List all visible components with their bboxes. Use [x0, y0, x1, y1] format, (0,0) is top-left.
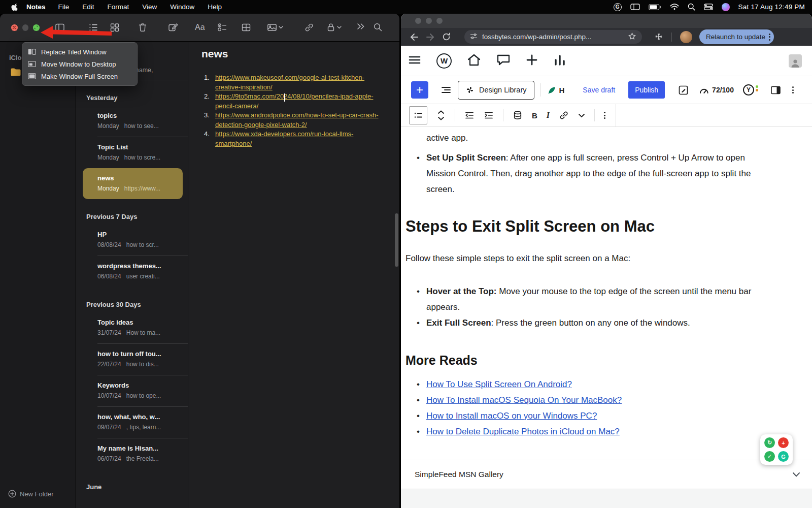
post-content[interactable]: active app. Set Up Split Screen: After o…	[401, 127, 812, 460]
address-bar[interactable]: fossbytes.com/wp-admin/post.php...	[464, 30, 642, 44]
scrollbar-thumb[interactable]	[395, 213, 398, 267]
ext-icon-green-1[interactable]: ↻	[764, 437, 775, 448]
lock-icon[interactable]	[326, 22, 342, 33]
publish-button[interactable]: Publish	[628, 81, 665, 99]
format-icon[interactable]: Aa	[195, 23, 205, 32]
stats-icon[interactable]	[553, 54, 566, 68]
note-list-item[interactable]: how to turn off tou... 22/07/24how to di…	[76, 344, 188, 375]
headline-analyzer-button[interactable]: H	[547, 85, 565, 95]
browser-profile-avatar[interactable]	[680, 31, 692, 43]
spotlight-icon[interactable]	[688, 3, 695, 11]
ext-icon-green-2[interactable]: ✓	[764, 451, 775, 462]
note-list-item[interactable]: how, what, who, w... 09/07/24, tips, lea…	[76, 407, 188, 438]
grammarly-menubar-icon[interactable]: G	[614, 3, 622, 11]
note-editor[interactable]: news https://www.makeuseof.com/google-ai…	[188, 42, 399, 508]
outdent-icon[interactable]	[464, 110, 475, 120]
menu-file[interactable]: File	[58, 3, 70, 11]
menu-item-replace-tiled-window[interactable]: Replace Tiled Window	[22, 46, 137, 58]
menu-view[interactable]: View	[142, 3, 157, 11]
ext-icon-red[interactable]: +	[778, 437, 789, 448]
menu-help[interactable]: Help	[208, 3, 222, 11]
relaunch-to-update-button[interactable]: Relaunch to update	[699, 29, 774, 44]
compose-note-icon[interactable]	[168, 22, 179, 33]
editor-options-icon[interactable]	[792, 86, 794, 93]
indent-icon[interactable]	[484, 110, 494, 120]
chevron-down-icon[interactable]	[793, 472, 800, 477]
note-list-item[interactable]: HP 08/08/24how to scr...	[76, 225, 188, 256]
note-list-item[interactable]: wordpress themes... 06/08/24user creati.…	[76, 256, 188, 287]
bookmark-star-icon[interactable]	[628, 32, 636, 42]
link-icon[interactable]	[304, 22, 314, 33]
more-toolbar-icon[interactable]	[357, 22, 365, 30]
minimize-button[interactable]	[22, 24, 29, 31]
note-list-item[interactable]: Topic ideas 31/07/24How to ma...	[76, 312, 188, 343]
forward-icon[interactable]	[425, 32, 435, 42]
apple-menu-icon[interactable]	[11, 3, 18, 11]
url-text[interactable]: fossbytes.com/wp-admin/post.php...	[482, 33, 623, 41]
search-icon[interactable]	[373, 22, 383, 32]
reload-icon[interactable]	[442, 32, 451, 42]
note-list-item[interactable]: Keywords 10/07/24how to ope...	[76, 375, 188, 406]
profile-avatar[interactable]	[789, 54, 802, 68]
seo-score[interactable]: 72/100	[699, 86, 734, 94]
wifi-icon[interactable]	[670, 4, 679, 10]
note-list-item[interactable]: My name is Hisan... 06/07/24the Freela..…	[76, 438, 188, 469]
siri-icon[interactable]	[722, 3, 730, 11]
menubar-clock[interactable]: Sat 17 Aug 12:49 PM	[738, 3, 805, 11]
display-icon[interactable]	[630, 4, 640, 10]
bold-icon[interactable]: B	[532, 111, 537, 120]
settings-sidebar-toggle-icon[interactable]	[770, 85, 781, 95]
italic-icon[interactable]: I	[547, 111, 550, 120]
block-type-button[interactable]	[409, 106, 427, 124]
grammarly-icon[interactable]: G	[778, 451, 789, 462]
comments-icon[interactable]	[496, 53, 511, 69]
read-link[interactable]: How To Use Split Screen On Android?	[426, 379, 572, 389]
media-icon[interactable]	[267, 22, 283, 33]
note-link[interactable]: https://www.androidpolice.com/how-to-set…	[215, 111, 379, 129]
browser-menu-icon[interactable]	[769, 34, 770, 41]
menu-window[interactable]: Window	[170, 3, 194, 11]
site-settings-icon[interactable]	[470, 33, 478, 41]
menu-edit[interactable]: Edit	[82, 3, 94, 11]
document-overview-icon[interactable]	[441, 85, 452, 95]
link-icon[interactable]	[559, 110, 569, 120]
design-library-button[interactable]: Design Library	[458, 81, 534, 100]
read-link[interactable]: How To Install macOS Sequoia On Your Mac…	[426, 395, 622, 405]
menu-item-move-window-to-desktop[interactable]: Move Window to Desktop	[22, 58, 137, 70]
minimize-button-inactive[interactable]	[426, 18, 432, 24]
edit-mode-icon[interactable]	[678, 85, 689, 96]
wordpress-logo[interactable]: W	[436, 53, 452, 69]
control-center-icon[interactable]	[704, 4, 713, 10]
note-link[interactable]: https://www.makeuseof.com/google-ai-test…	[215, 74, 364, 91]
block-options-icon[interactable]	[604, 112, 605, 119]
table-icon[interactable]	[241, 22, 251, 33]
save-draft-button[interactable]: Save draft	[583, 86, 615, 94]
note-list-item[interactable]: Topic List Mondayhow to scre...	[76, 137, 188, 168]
new-folder-button[interactable]: New Folder	[8, 490, 53, 498]
close-button-inactive[interactable]	[415, 18, 421, 24]
note-list-item-selected[interactable]: news Mondayhttps://www...	[83, 168, 183, 199]
note-list-item[interactable]: topics Mondayhow to see...	[76, 106, 188, 137]
delete-note-icon[interactable]	[138, 22, 148, 33]
meta-box-simplefeed[interactable]: SimpleFeed MSN Gallery	[401, 460, 812, 489]
note-link[interactable]: https://www.xda-developers.com/run-local…	[215, 130, 353, 147]
battery-icon[interactable]	[649, 4, 661, 10]
menu-item-make-window-full-screen[interactable]: Make Window Full Screen	[22, 70, 137, 82]
stack-icon[interactable]	[513, 110, 523, 120]
home-icon[interactable]	[467, 53, 481, 69]
menu-format[interactable]: Format	[108, 3, 129, 11]
more-formats-icon[interactable]	[578, 113, 585, 118]
app-menu-notes[interactable]: Notes	[26, 3, 46, 11]
back-icon[interactable]	[409, 32, 419, 42]
block-mover-buttons[interactable]	[436, 109, 446, 121]
note-link[interactable]: https://9to5mac.com/2024/08/10/pencilera…	[215, 92, 373, 110]
menu-icon[interactable]	[408, 53, 421, 69]
block-inserter-button[interactable]: +	[411, 81, 428, 99]
yoast-seo-button[interactable]: Y	[743, 84, 758, 96]
checklist-icon[interactable]	[217, 22, 227, 33]
extensions-icon[interactable]	[654, 33, 663, 42]
zoom-button-inactive[interactable]	[436, 18, 443, 24]
read-link[interactable]: How to Delete Duplicate Photos in iCloud…	[426, 427, 620, 436]
close-button[interactable]	[11, 24, 18, 31]
read-link[interactable]: How to Install macOS on your Windows PC?	[426, 411, 597, 421]
